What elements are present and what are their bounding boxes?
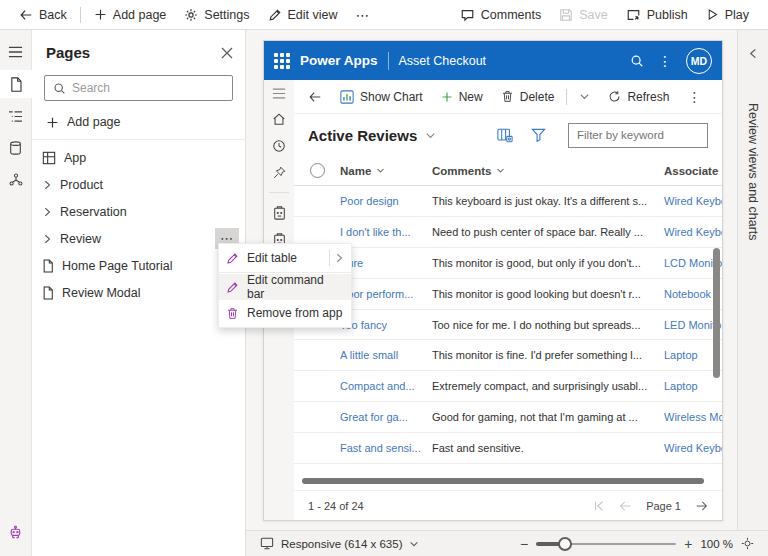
grid-row[interactable]: I don't like th...Need to push center of… [294,217,722,248]
rail-item-pages[interactable] [0,70,32,98]
save-button[interactable]: Save [550,0,617,30]
app-grid-icon [42,151,56,165]
pinned-icon[interactable] [273,166,286,179]
grid-row[interactable]: Fast and sensi...Fast and sensitive.Wire… [294,433,722,464]
publish-button[interactable]: Publish [617,0,697,30]
nav-hamburger-icon[interactable] [272,88,286,99]
submenu-expander[interactable] [329,250,344,266]
grid-footer: 1 - 24 of 24 Page 1 [294,490,722,520]
menu-item-edit-command-bar[interactable]: Edit command bar [219,274,351,300]
column-header-comments[interactable]: Comments [432,165,664,177]
data-grid: Name Comments Associate Poor designThis … [294,156,722,520]
right-panel-collapsed: Review views and charts [737,30,768,530]
close-icon[interactable] [221,47,233,59]
right-panel-label[interactable]: Review views and charts [746,103,760,241]
pages-panel-title: Pages [46,44,90,61]
zoom-slider-handle[interactable] [558,537,572,551]
grid-row[interactable]: Poor perform...This monitor is good look… [294,279,722,310]
zoom-in-button[interactable]: + [684,536,692,552]
tree-item-review[interactable]: Review ⋯ [32,225,245,252]
grid-row[interactable]: Great for ga...Good for gaming, not that… [294,402,722,433]
chevron-right-icon [42,180,52,190]
grid-row[interactable]: Compact and...Extremely compact, and sur… [294,371,722,402]
grid-row[interactable]: SureThis monitor is good, but only if yo… [294,248,722,279]
rail-item-tree-view[interactable] [0,102,32,130]
view-selector-chevron-icon[interactable] [425,130,436,141]
app-title: Asset Checkout [399,54,487,68]
assistant-bot-icon[interactable] [0,518,32,546]
new-button[interactable]: New [433,83,491,111]
canvas-size-label[interactable]: Responsive (614 x 635) [281,538,402,550]
app-more-vertical-icon[interactable]: ⋮ [658,53,672,69]
clipboard-icon[interactable] [273,206,286,220]
grid-header-row: Name Comments Associate [294,156,722,186]
zoom-slider[interactable] [536,537,676,551]
select-all-checkbox[interactable] [310,163,325,178]
waffle-icon[interactable] [274,53,290,69]
command-more-vertical-icon[interactable]: ⋮ [679,83,709,111]
grid-back-button[interactable] [300,83,330,111]
chevron-down-icon[interactable] [409,539,419,549]
plus-icon [94,8,107,21]
home-icon[interactable] [272,112,286,126]
grid-row[interactable]: Poor designThis keyboard is just okay. I… [294,186,722,217]
refresh-button[interactable]: Refresh [600,83,677,111]
recent-clock-icon[interactable] [272,139,286,153]
next-page-icon[interactable] [695,500,708,512]
topbar-more-button[interactable]: ⋯ [347,0,380,30]
pencil-icon [226,281,239,294]
zoom-out-button[interactable]: − [520,536,528,552]
delete-button[interactable]: Delete [493,83,563,111]
edit-columns-icon[interactable] [497,128,513,143]
tree-item-product[interactable]: Product [32,171,245,198]
zoom-level: 100 % [700,538,733,550]
show-chart-button[interactable]: Show Chart [332,83,431,111]
expand-chevron-left-icon[interactable] [748,48,759,59]
tree-item-app[interactable]: App [32,144,245,171]
filter-funnel-icon[interactable] [531,128,546,142]
back-button[interactable]: Back [10,0,76,30]
menu-item-remove-from-app[interactable]: Remove from app [219,300,351,326]
first-page-icon[interactable] [593,500,605,512]
column-header-name[interactable]: Name [340,165,432,177]
page-icon [42,286,54,300]
pages-add-page-button[interactable]: Add page [32,107,245,137]
device-icon [260,537,274,550]
play-button[interactable]: Play [697,0,758,30]
pages-search-input[interactable] [72,81,224,95]
pencil-icon [226,252,239,265]
menu-hamburger-icon[interactable] [0,38,32,66]
add-page-button[interactable]: Add page [85,0,176,30]
tree-item-review-modal[interactable]: Review Modal [32,279,245,306]
rail-item-data[interactable] [0,134,32,162]
fit-to-screen-icon[interactable] [741,537,754,550]
record-range: 1 - 24 of 24 [308,500,364,512]
column-header-associate[interactable]: Associate [664,165,722,177]
chevron-right-icon [42,207,52,217]
previous-page-icon[interactable] [619,500,632,512]
grid-row[interactable]: A little smallThis monitor is fine. I'd … [294,340,722,371]
tree-item-home-page-tutorial[interactable]: Home Page Tutorial [32,252,245,279]
horizontal-scrollbar[interactable] [302,478,704,484]
delete-split-chevron[interactable] [571,83,598,111]
app-search-icon[interactable] [630,54,644,68]
avatar[interactable]: MD [686,48,712,74]
app-command-bar: Show Chart New Delete [294,80,722,114]
rail-item-advanced[interactable] [0,166,32,194]
pages-panel: Pages Add page App Product Reservation [32,30,246,556]
comments-button[interactable]: Comments [451,0,550,30]
review-context-menu: Edit table Edit command bar Remove from … [218,243,352,328]
chevron-right-icon [42,234,52,244]
menu-item-edit-table[interactable]: Edit table [219,245,351,271]
divider [269,192,289,193]
divider [566,89,567,105]
topbar-right-group: Comments Save Publish Play [451,0,758,30]
keyword-filter-input[interactable] [577,129,699,141]
refresh-icon [608,90,621,103]
settings-button[interactable]: Settings [175,0,258,30]
tree-item-reservation[interactable]: Reservation [32,198,245,225]
edit-view-button[interactable]: Edit view [259,0,347,30]
studio-left-rail [0,30,32,556]
vertical-scrollbar[interactable] [713,248,720,378]
grid-row[interactable]: Too fancyToo nice for me. I do nothing b… [294,310,722,341]
